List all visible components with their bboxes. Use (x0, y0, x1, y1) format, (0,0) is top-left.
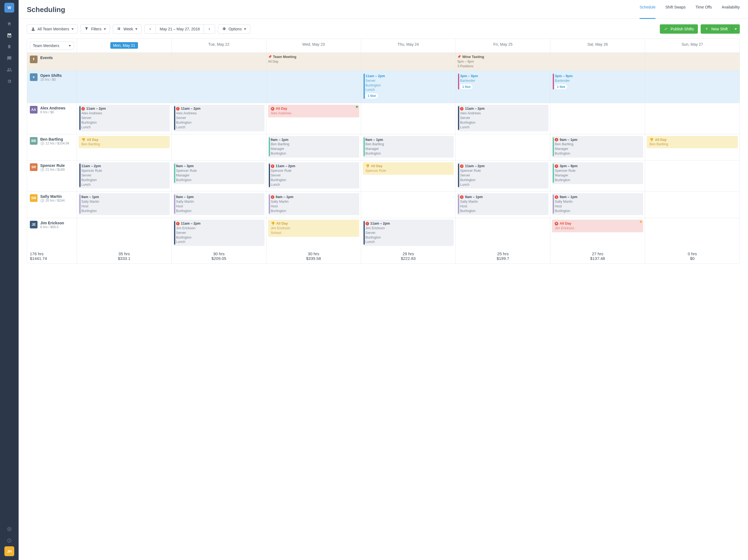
shift-cell[interactable]: !11am – 2pmSpencer RuleServerBurlingtonL… (266, 161, 361, 191)
options-button[interactable]: Options (218, 24, 250, 34)
logout-icon[interactable] (0, 535, 19, 546)
shift-cell[interactable] (455, 134, 550, 161)
tab-schedule[interactable]: Schedule (639, 5, 655, 14)
shift-cell[interactable] (550, 103, 645, 134)
shift-cell[interactable]: !11am – 2pmJim EricksonServerBurlingtonL… (172, 218, 266, 249)
shift-cell[interactable]: 9am – 1pmBen BartlingManagerBurlington (266, 134, 361, 161)
day-header-fri[interactable]: Fri, May 25 (455, 39, 550, 52)
shift-cell[interactable]: !11am – 2pmSpencer RuleServerBurlingtonL… (455, 161, 550, 191)
shift-card[interactable]: 11am – 2pmSpencer RuleServerBurlingtonLu… (78, 162, 170, 189)
shift-cell[interactable]: 👎All DayJim EricksonSchool (266, 218, 361, 249)
shift-cell[interactable]: ✕All DayAlex Andrews (266, 103, 361, 134)
day-header-sun[interactable]: Sun, May 27 (645, 39, 740, 52)
shift-card[interactable]: !11am – 2pmSpencer RuleServerBurlingtonL… (457, 162, 548, 189)
shift-card[interactable]: !9am – 1pmSally MartinHostBurlington (457, 193, 548, 215)
day-header-wed[interactable]: Wed, May 23 (266, 39, 361, 52)
tab-time-offs[interactable]: Time Offs (696, 5, 712, 14)
events-cell-mon[interactable] (77, 53, 172, 70)
schedule-icon[interactable] (0, 29, 19, 41)
shift-cell[interactable] (645, 192, 740, 218)
shift-cell[interactable]: 9am – 1pmSally MartinHostBurlington (172, 192, 266, 218)
chat-icon[interactable] (0, 52, 19, 64)
publish-shifts-button[interactable]: Publish Shifts (660, 24, 698, 34)
open-cell-sat[interactable]: 3pm – 9pm Bartender 1 Slot (550, 71, 645, 103)
shift-cell[interactable]: !3pm – 9pmSpencer RuleManagerBurlington (550, 161, 645, 191)
settings-icon[interactable] (0, 75, 19, 87)
day-header-sat[interactable]: Sat, May 26 (550, 39, 645, 52)
team-members-dropdown[interactable]: All Team Members (27, 24, 78, 34)
shift-cell[interactable]: !11am – 2pmAlex AndrewsServerBurlingtonL… (172, 103, 266, 134)
events-cell-sat[interactable] (550, 53, 645, 70)
shift-card[interactable]: 9am – 1pmSally MartinHostBurlington (78, 193, 170, 215)
shift-cell[interactable] (645, 218, 740, 249)
events-cell-tue[interactable] (172, 53, 266, 70)
shift-card[interactable]: !11am – 2pmJim EricksonServerBurlingtonL… (363, 220, 454, 246)
events-cell-sun[interactable] (645, 53, 740, 70)
events-cell-wed[interactable]: 📌Team Meeting All Day (266, 53, 361, 70)
shift-cell[interactable]: !9am – 1pmSally MartinHostBurlington (455, 192, 550, 218)
shift-card[interactable]: !11am – 2pmJim EricksonServerBurlingtonL… (173, 220, 264, 246)
shift-card[interactable]: 9am – 1pmBen BartlingManagerBurlington (268, 136, 359, 158)
user-avatar[interactable]: JH (4, 546, 14, 556)
shift-card[interactable]: !11am – 2pmAlex AndrewsServerBurlingtonL… (173, 105, 264, 131)
shift-card[interactable]: !11am – 2pmAlex AndrewsServerBurlingtonL… (78, 105, 170, 131)
shift-cell[interactable]: !9am – 1pmSally MartinHostBurlington (550, 192, 645, 218)
shift-card[interactable]: 👎All DaySpencer Rule (363, 162, 454, 175)
event-card[interactable]: 📌Team Meeting All Day (268, 54, 359, 64)
day-header-mon[interactable]: Mon, May 21 (77, 39, 172, 52)
shift-cell[interactable] (455, 218, 550, 249)
shift-cell[interactable]: 9am – 3pmSpencer RuleManagerBurlington (172, 161, 266, 191)
open-cell-tue[interactable] (172, 71, 266, 103)
shift-card[interactable]: !11am – 2pmAlex AndrewsServerBurlingtonL… (457, 105, 548, 131)
filters-button[interactable]: Filters (80, 24, 110, 34)
view-dropdown[interactable]: Week (113, 24, 142, 34)
app-logo[interactable]: W (4, 3, 14, 13)
tab-shift-swaps[interactable]: Shift Swaps (665, 5, 685, 14)
shift-card[interactable]: 9am – 1pmSally MartinHostBurlington (173, 193, 264, 215)
prev-button[interactable] (144, 24, 156, 34)
event-card[interactable]: 📌Wine Tasting 5pm – 9pm 3 Positions (457, 54, 548, 69)
shift-cell[interactable] (645, 103, 740, 134)
next-button[interactable] (204, 24, 215, 34)
open-cell-thu[interactable]: 11am – 2pm Server Burlington Lunch 1 Slo… (361, 71, 456, 103)
shift-cell[interactable] (361, 192, 456, 218)
date-range-button[interactable]: May 21 – May 27, 2018 (156, 24, 204, 34)
open-cell-fri[interactable]: 3pm – 9pm Bartender 1 Slot (455, 71, 550, 103)
shift-card[interactable]: 👎All DayBen Bartling (647, 136, 738, 149)
shift-card[interactable]: 3pm – 9pm Bartender 1 Slot (552, 72, 643, 91)
bookmark-icon[interactable] (0, 41, 19, 52)
shift-card[interactable]: !9am – 1pmSally MartinHostBurlington (268, 193, 359, 215)
open-cell-wed[interactable] (266, 71, 361, 103)
tab-availability[interactable]: Availability (722, 5, 740, 14)
shift-cell[interactable]: !11am – 2pmAlex AndrewsServerBurlingtonL… (77, 103, 172, 134)
shift-card[interactable]: 9am – 3pmSpencer RuleManagerBurlington (173, 162, 264, 184)
shift-card[interactable]: !9am – 1pmBen BartlingManagerBurlington (552, 136, 643, 158)
shift-cell[interactable]: 9am – 1pmBen BartlingManagerBurlington (361, 134, 456, 161)
open-cell-mon[interactable] (77, 71, 172, 103)
team-members-select[interactable]: Team Members (30, 42, 74, 50)
shift-cell[interactable] (77, 218, 172, 249)
shift-cell[interactable]: 11am – 2pmSpencer RuleServerBurlingtonLu… (77, 161, 172, 191)
shift-cell[interactable] (645, 161, 740, 191)
shift-card[interactable]: ✕All DayJim Erickson (552, 220, 643, 232)
shift-cell[interactable]: !11am – 2pmAlex AndrewsServerBurlingtonL… (455, 103, 550, 134)
shift-card[interactable]: !9am – 1pmSally MartinHostBurlington (552, 193, 643, 215)
shift-cell[interactable]: !11am – 2pmJim EricksonServerBurlingtonL… (361, 218, 456, 249)
shift-cell[interactable]: !9am – 1pmBen BartlingManagerBurlington (550, 134, 645, 161)
shift-card[interactable]: 👎All DayBen Bartling (78, 136, 170, 149)
shift-card[interactable]: !3pm – 9pmSpencer RuleManagerBurlington (552, 162, 643, 184)
shift-card[interactable]: 👎All DayJim EricksonSchool (268, 220, 359, 237)
day-header-tue[interactable]: Tue, May 22 (172, 39, 266, 52)
shift-card[interactable]: 11am – 2pm Server Burlington Lunch 1 Slo… (363, 72, 454, 100)
shift-card[interactable]: 3pm – 9pm Bartender 1 Slot (457, 72, 548, 91)
team-icon[interactable] (0, 64, 19, 75)
open-cell-sun[interactable] (645, 71, 740, 103)
shift-cell[interactable]: 9am – 1pmSally MartinHostBurlington (77, 192, 172, 218)
shift-cell[interactable]: 👎All DayBen Bartling (645, 134, 740, 161)
shift-card[interactable]: ✕All DayAlex Andrews (268, 105, 359, 117)
help-icon[interactable] (0, 524, 19, 535)
shift-card[interactable]: !11am – 2pmSpencer RuleServerBurlingtonL… (268, 162, 359, 189)
day-header-thu[interactable]: Thu, May 24 (361, 39, 456, 52)
shift-cell[interactable]: 👎All DayBen Bartling (77, 134, 172, 161)
home-icon[interactable] (0, 18, 19, 29)
